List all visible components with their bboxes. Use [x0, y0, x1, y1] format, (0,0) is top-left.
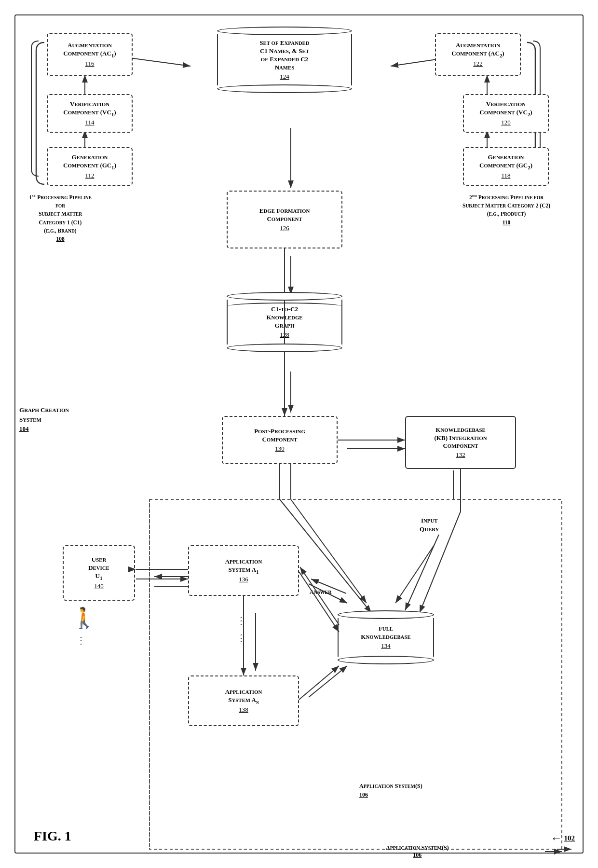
ac1-num: 116: [85, 60, 94, 68]
vc1-num: 114: [85, 119, 94, 126]
c1c2-graph-cylinder: C1-TO-C2KNOWLEDGEGRAPH 128: [227, 292, 342, 352]
pipeline1-label: 1st PROCESSING PIPELINE FOR SUBJECT MATT…: [29, 192, 92, 243]
gc1-box: GENERATIONCOMPONENT (GC1) 112: [47, 147, 133, 186]
kb-integration-num: 132: [456, 451, 465, 459]
graph-creation-label: GRAPH CREATIONSYSTEM 104: [19, 405, 69, 434]
post-processing-label: POST-PROCESSINGCOMPONENT: [254, 427, 305, 444]
page: AUGMENTATIONCOMPONENT (AC1) 116 VERIFICA…: [0, 0, 598, 868]
post-processing-num: 130: [275, 445, 285, 453]
edge-formation-label: EDGE FORMATIONCOMPONENT: [259, 207, 310, 223]
full-kb-label: FULLKNOWLEDGEBASE: [361, 625, 410, 641]
app-a1-label: APPLICATIONSYSTEM A1: [225, 558, 262, 575]
full-kb-cylinder: FULLKNOWLEDGEBASE 134: [338, 610, 434, 664]
app-a1-num: 136: [239, 576, 248, 583]
vc2-num: 120: [501, 119, 511, 126]
expanded-names-label: SET OF EXPANDED C1 NAMES, & SET OF EXPAN…: [259, 39, 309, 72]
app-an-label: APPLICATIONSYSTEM An: [225, 688, 262, 705]
kb-integration-box: KNOWLEDGEBASE(KB) INTEGRATIONCOMPONENT 1…: [405, 416, 516, 469]
post-processing-box: POST-PROCESSINGCOMPONENT 130: [222, 416, 338, 464]
gc2-box: GENERATIONCOMPONENT (GC2) 118: [463, 147, 549, 186]
app-a1-box: APPLICATIONSYSTEM A1 136: [188, 545, 299, 596]
vc2-box: VERIFICATIONCOMPONENT (VC2) 120: [463, 94, 549, 133]
expanded-names-cylinder: SET OF EXPANDED C1 NAMES, & SET OF EXPAN…: [217, 27, 352, 93]
fig-label: FIG. 1: [34, 828, 71, 844]
app-systems-label: APPLICATION SYSTEM(S) 106: [386, 844, 449, 859]
ref-102: ←102: [551, 832, 575, 845]
ac2-label: AUGMENTATIONCOMPONENT (AC2): [451, 41, 504, 59]
ac2-box: AUGMENTATIONCOMPONENT (AC2) 122: [435, 33, 521, 76]
app-an-box: APPLICATIONSYSTEM An 138: [188, 675, 299, 726]
ac1-box: AUGMENTATIONCOMPONENT (AC1) 116: [47, 33, 133, 76]
ac1-label: AUGMENTATIONCOMPONENT (AC1): [63, 41, 116, 59]
full-kb-num: 134: [381, 642, 391, 650]
app-an-num: 138: [239, 706, 248, 714]
person-dots: ⋮: [76, 634, 86, 646]
user-device-label: USERDEVICEU1: [88, 556, 109, 581]
ac2-num: 122: [473, 60, 483, 68]
gc2-label: GENERATIONCOMPONENT (GC2): [479, 153, 532, 171]
kb-integration-label: KNOWLEDGEBASE(KB) INTEGRATIONCOMPONENT: [435, 426, 487, 451]
app-dots: ⋮⋮: [236, 612, 246, 647]
pipeline2-label: 2nd PROCESSING PIPELINE FOR SUBJECT MATT…: [458, 192, 555, 227]
edge-formation-box: EDGE FORMATIONCOMPONENT 126: [227, 191, 342, 248]
vc2-label: VERIFICATIONCOMPONENT (VC2): [479, 100, 532, 118]
gc2-num: 118: [501, 172, 510, 179]
expanded-names-num: 124: [280, 73, 289, 81]
edge-formation-num: 126: [280, 224, 289, 232]
user-device-num: 140: [94, 582, 104, 590]
answer-label: ANSWER: [310, 589, 331, 596]
gc1-label: GENERATIONCOMPONENT (GC1): [63, 153, 116, 171]
input-query-label: INPUTQUERY: [420, 516, 439, 534]
gc1-num: 112: [85, 172, 94, 179]
vc1-label: VERIFICATIONCOMPONENT (VC1): [63, 100, 116, 118]
user-device-box: USERDEVICEU1 140: [63, 545, 135, 601]
app-systems-bottom-label: APPLICATION SYSTEM(S) 106: [359, 782, 422, 799]
vc1-box: VERIFICATIONCOMPONENT (VC1) 114: [47, 94, 133, 133]
c1c2-num: 128: [280, 331, 289, 339]
person-icon: 🚶: [71, 608, 96, 628]
